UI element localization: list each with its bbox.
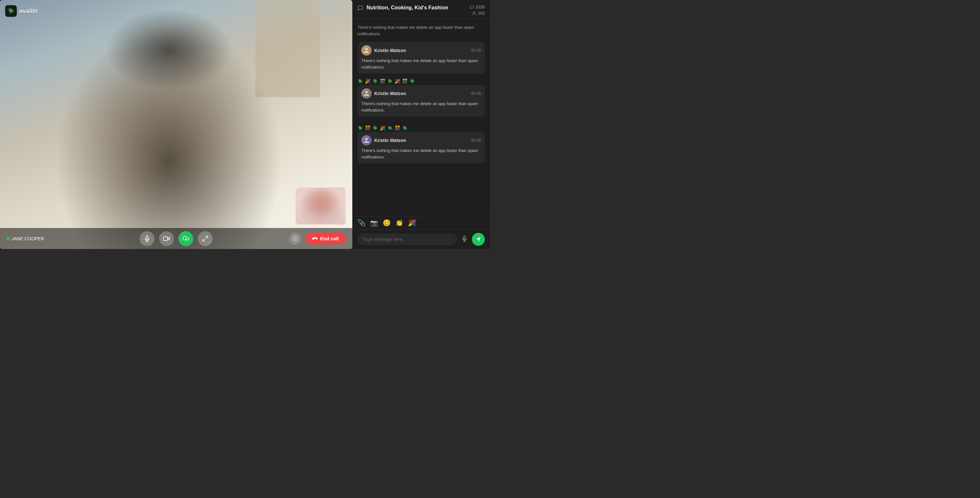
message-header: Kristin Watson 02:45 xyxy=(361,45,481,56)
message-floating: There's nothing that makes me delete an … xyxy=(352,22,490,40)
message-time: 02:45 xyxy=(471,91,481,96)
messages-area[interactable]: There's nothing that makes me delete an … xyxy=(352,19,490,216)
clap-emoji-button[interactable]: 👏 xyxy=(395,219,403,227)
list-item: Kristin Watson 02:45 There's nothing tha… xyxy=(352,40,490,76)
svg-marker-2 xyxy=(167,237,169,239)
message-count-icon xyxy=(469,5,474,10)
pip-person-video xyxy=(296,188,345,224)
attachment-button[interactable]: 📎 xyxy=(358,219,366,227)
controls-right: End call xyxy=(289,233,346,245)
emoji-scatter: 🪲🎉🪲🎊🪲🎉🎊🪲 xyxy=(358,78,485,85)
sender-row: Kristin Watson xyxy=(361,88,406,99)
member-count-item: 102 xyxy=(472,11,485,16)
message-card: Kristin Watson 02:45 There's nothing tha… xyxy=(358,42,485,73)
list-item: 🪲🎉🪲🎊🪲🎉🎊🪲 Kristin Watson 02:45 There's no… xyxy=(352,76,490,123)
chat-header: Nutrition, Cooking, Kid's Fashion 1020 1… xyxy=(352,0,490,19)
controls-center xyxy=(140,231,213,246)
end-call-button[interactable]: End call xyxy=(305,233,346,244)
message-card: Kristin Watson 02:45 There's nothing tha… xyxy=(358,132,485,163)
app-logo: 🪲 xyxy=(5,5,17,17)
message-input-area xyxy=(352,229,490,249)
sender-name: Kristin Watson xyxy=(374,138,406,143)
message-header: Kristin Watson 02:45 xyxy=(361,135,481,145)
app-name: availbl xyxy=(19,8,38,14)
settings-button[interactable] xyxy=(289,233,301,245)
screenshare-button[interactable] xyxy=(178,231,193,246)
video-panel: 🪲 availbl JANE COOPER xyxy=(0,0,352,249)
chat-title: Nutrition, Cooking, Kid's Fashion xyxy=(366,5,448,11)
mic-input-button[interactable] xyxy=(460,235,469,244)
svg-rect-3 xyxy=(164,237,167,241)
member-count: 102 xyxy=(478,11,485,16)
mic-button[interactable] xyxy=(140,231,154,246)
chat-panel: Nutrition, Cooking, Kid's Fashion 1020 1… xyxy=(352,0,490,249)
emoji-scatter: 🪲🎊🪲🎉🪲🎊🪲 xyxy=(358,126,485,132)
video-controls-bar: JANE COOPER xyxy=(0,228,352,249)
sender-name: Kristin Watson xyxy=(374,48,406,53)
message-count-item: 1020 xyxy=(469,5,485,10)
chat-title-area: Nutrition, Cooking, Kid's Fashion xyxy=(358,5,448,13)
svg-point-7 xyxy=(294,238,296,239)
sender-name: Kristin Watson xyxy=(374,91,406,96)
message-header: Kristin Watson 02:45 xyxy=(361,88,481,99)
send-button[interactable] xyxy=(472,233,485,246)
message-time: 02:45 xyxy=(471,138,481,143)
message-card: Kristin Watson 02:45 There's nothing tha… xyxy=(358,85,485,117)
message-count: 1020 xyxy=(476,5,485,10)
avatar xyxy=(361,88,372,99)
svg-point-8 xyxy=(474,11,475,13)
pip-thumbnail[interactable] xyxy=(296,188,346,225)
avatar xyxy=(361,135,372,145)
video-header: 🪲 availbl xyxy=(5,5,38,17)
input-toolbar: 📎 📷 😊 👏 🎉 xyxy=(352,216,490,229)
message-input[interactable] xyxy=(358,233,457,245)
member-count-icon xyxy=(472,11,476,16)
sender-row: Kristin Watson xyxy=(361,45,406,56)
chat-meta: 1020 102 xyxy=(469,5,485,16)
avatar xyxy=(361,45,372,56)
status-dot xyxy=(6,237,10,240)
message-text: There's nothing that makes me delete an … xyxy=(361,101,481,113)
sender-row: Kristin Watson xyxy=(361,135,406,145)
chat-channel-icon xyxy=(358,5,363,13)
svg-line-6 xyxy=(203,239,205,241)
camera-button[interactable] xyxy=(159,231,174,246)
emoji-button[interactable]: 😊 xyxy=(383,219,391,227)
message-time: 02:45 xyxy=(471,48,481,53)
party-emoji-button[interactable]: 🎉 xyxy=(408,219,416,227)
fullscreen-button[interactable] xyxy=(198,231,213,246)
svg-line-5 xyxy=(206,236,208,238)
message-text: There's nothing that makes me delete an … xyxy=(361,57,481,70)
camera-chat-button[interactable]: 📷 xyxy=(370,219,378,227)
list-item: 🪲🎊🪲🎉🪲🎊🪲 Kristin Watson 02:45 There's not… xyxy=(352,123,490,170)
message-text: There's nothing that makes me delete an … xyxy=(361,147,481,160)
